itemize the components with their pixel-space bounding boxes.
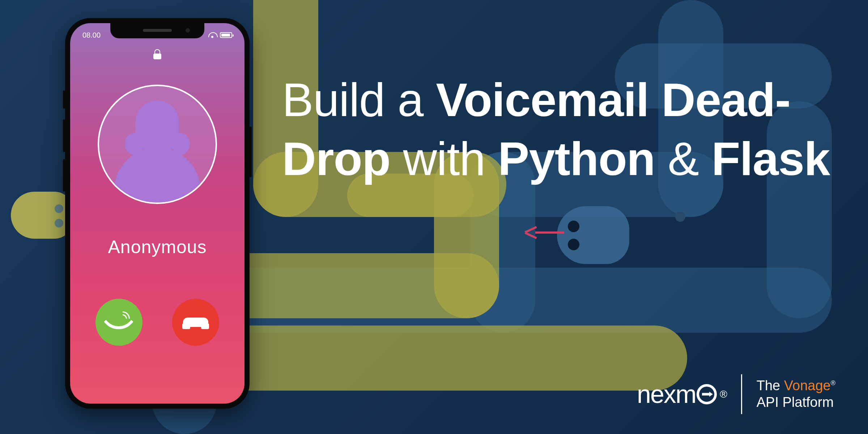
decorative-dot-icon bbox=[675, 212, 685, 222]
accept-call-button[interactable] bbox=[95, 299, 142, 346]
phone-volume-up bbox=[63, 119, 65, 152]
headline: Build a Voicemail Dead-Drop with Python … bbox=[282, 71, 846, 188]
phone-notch bbox=[110, 23, 204, 38]
phone-camera-icon bbox=[186, 28, 190, 33]
tagline-vonage: Vonage bbox=[784, 378, 831, 393]
vonage-tagline: The Vonage® API Platform bbox=[757, 378, 835, 410]
phone-screen: 08.00 Anonymous bbox=[70, 23, 244, 404]
headline-text-5: & bbox=[655, 132, 711, 185]
registered-mark-2: ® bbox=[831, 380, 835, 387]
snake-eye-icon bbox=[568, 221, 579, 232]
phone-accept-icon bbox=[108, 311, 130, 333]
headline-text-6: Flask bbox=[711, 132, 830, 185]
phone-speaker bbox=[143, 29, 172, 32]
phone-mockup: 08.00 Anonymous bbox=[65, 18, 250, 409]
nexmo-logo: nexm® bbox=[637, 380, 727, 409]
phone-power-button bbox=[250, 127, 252, 177]
status-time: 08.00 bbox=[82, 31, 101, 39]
logo-divider bbox=[741, 374, 742, 414]
avatar-silhouette-icon bbox=[110, 101, 204, 204]
lock-icon bbox=[153, 49, 161, 59]
caller-name: Anonymous bbox=[70, 237, 244, 258]
snake-eye-icon bbox=[568, 239, 579, 250]
phone-mute-switch bbox=[63, 90, 65, 109]
headline-text-3: with bbox=[390, 132, 498, 185]
yellow-snake-head bbox=[11, 192, 72, 239]
blue-snake-head bbox=[557, 206, 629, 264]
tagline-api: API Platform bbox=[757, 395, 834, 410]
snake-eye-icon bbox=[55, 219, 63, 227]
phone-volume-down bbox=[63, 159, 65, 192]
nexmo-arrow-icon bbox=[697, 384, 717, 404]
headline-text-1: Build a bbox=[282, 73, 436, 126]
decline-call-button[interactable] bbox=[172, 299, 219, 346]
battery-icon bbox=[220, 32, 232, 38]
tagline-the: The bbox=[757, 378, 784, 393]
wifi-icon bbox=[208, 32, 216, 38]
snake-tongue-icon bbox=[535, 231, 564, 234]
headline-text-4: Python bbox=[498, 132, 655, 185]
nexmo-wordmark: nexm bbox=[637, 380, 696, 409]
snake-eye-icon bbox=[55, 204, 63, 213]
brand-logo-area: nexm® The Vonage® API Platform bbox=[637, 374, 835, 414]
phone-decline-icon bbox=[183, 318, 208, 327]
status-right bbox=[208, 32, 232, 38]
caller-avatar bbox=[98, 85, 217, 204]
registered-mark: ® bbox=[720, 388, 727, 400]
